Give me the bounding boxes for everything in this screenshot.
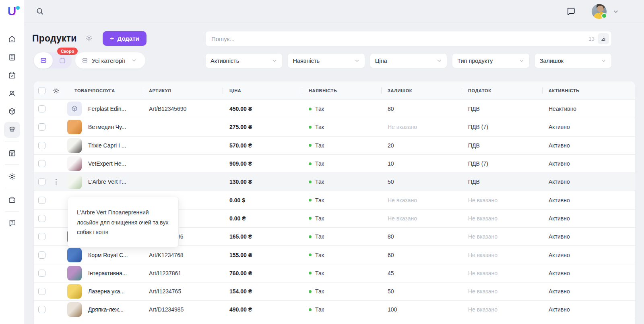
stock-cell: 100 <box>388 306 397 313</box>
stock-cell: Не вказано <box>388 215 417 222</box>
table-row[interactable]: Лазерна ука...Art/I1234765154.00 ₴Так50Н… <box>34 282 635 301</box>
table-row[interactable]: VetExpert He...909.00 ₴Так10ПДВ (7)Актив… <box>34 155 635 173</box>
filter-dropdown-2[interactable]: Ціна <box>370 53 447 68</box>
filter-dropdown-1[interactable]: Наявність <box>287 53 365 68</box>
product-name: Лазерна ука... <box>88 288 125 295</box>
sidebar-item-packages[interactable] <box>4 104 20 120</box>
sidebar-item-calendar[interactable] <box>4 67 20 83</box>
availability-cell: Так <box>309 197 324 204</box>
filter-dropdown-4[interactable]: Залишок <box>535 53 612 68</box>
row-checkbox[interactable] <box>38 197 45 204</box>
sidebar-item-shop[interactable] <box>4 145 20 161</box>
building-icon <box>8 53 17 62</box>
chevron-down-icon <box>354 58 360 64</box>
avatar[interactable] <box>592 4 607 19</box>
kebab-menu-icon[interactable] <box>56 179 57 185</box>
activity-cell: Активно <box>549 197 570 204</box>
add-product-button[interactable]: + Додати <box>103 31 147 46</box>
column-header-3: НАЯВНІСТЬ <box>309 88 337 93</box>
table-row[interactable]: Trixie Capri I ...570.00 ₴Так20ПДВАктивн… <box>34 137 635 155</box>
product-article: Art/B12345690 <box>149 106 186 112</box>
chevron-down-icon <box>272 58 277 64</box>
clear-search-button[interactable] <box>598 33 609 44</box>
row-checkbox[interactable] <box>38 233 45 240</box>
filter-dropdown-0[interactable]: Активність <box>205 53 283 68</box>
tax-cell: Не вказано <box>468 215 497 222</box>
product-thumbnail <box>67 156 82 171</box>
row-checkbox[interactable] <box>38 306 45 313</box>
table-row[interactable]: Корм Royal C...Art/K1234768155.00 ₴Так60… <box>34 246 635 264</box>
row-checkbox[interactable] <box>38 105 45 112</box>
rows-icon <box>82 57 88 64</box>
app-logo[interactable]: U <box>5 4 19 19</box>
plus-icon: + <box>110 35 114 42</box>
row-checkbox[interactable] <box>38 142 45 149</box>
categories-dropdown[interactable]: Усі категорії <box>75 52 145 69</box>
sidebar-item-clients[interactable] <box>4 85 20 102</box>
row-checkbox[interactable] <box>38 270 45 277</box>
select-all-checkbox[interactable] <box>38 87 45 94</box>
chat-icon[interactable] <box>566 6 576 16</box>
product-thumbnail <box>67 174 82 189</box>
row-checkbox[interactable] <box>38 215 45 222</box>
topbar <box>24 0 644 23</box>
product-price: 154.00 ₴ <box>229 288 252 295</box>
availability-dot <box>309 181 312 183</box>
product-thumbnail <box>67 302 82 317</box>
table-row[interactable]: Ветмедин Чу...275.00 ₴ТакНе вказаноПДВ (… <box>34 118 635 136</box>
chevron-down-icon[interactable] <box>613 8 619 15</box>
tax-cell: ПДВ (7) <box>468 160 488 167</box>
tax-cell: Не вказано <box>468 288 497 295</box>
availability-label: Так <box>315 106 324 112</box>
row-checkbox[interactable] <box>38 178 45 185</box>
table-row[interactable]: L'Arbre Vert Г...130.00 ₴Так50ПДВАктивно <box>34 173 635 191</box>
row-checkbox[interactable] <box>38 123 45 131</box>
row-checkbox[interactable] <box>38 160 45 167</box>
product-article: Art/K1234768 <box>149 252 184 258</box>
filter-label: Ціна <box>375 58 387 64</box>
availability-label: Так <box>315 306 324 313</box>
column-divider <box>542 87 543 94</box>
gear-icon <box>8 172 17 181</box>
row-checkbox[interactable] <box>38 288 45 295</box>
sidebar-item-settings[interactable] <box>4 168 20 185</box>
search-input[interactable] <box>211 35 589 42</box>
availability-dot <box>309 108 312 110</box>
list-view-toggle[interactable] <box>34 52 53 69</box>
table-row[interactable]: Ferplast Edin...Art/B12345690450.00 ₴Так… <box>34 100 635 118</box>
table-row[interactable]: Інтерактивна...Art/I1237861760.00 ₴Так45… <box>34 264 635 282</box>
availability-label: Так <box>315 142 324 149</box>
rows-icon <box>39 56 47 64</box>
stock-cell: Не вказано <box>388 197 417 204</box>
categories-dropdown-label: Усі категорії <box>92 57 125 64</box>
calendar-view-toggle[interactable] <box>53 52 72 69</box>
sidebar-item-support[interactable]: ? <box>4 215 20 231</box>
product-price: 275.00 ₴ <box>229 124 252 130</box>
table-row[interactable]: Дряпка-леж...Art/D1234985490.00 ₴Так100Н… <box>34 301 635 319</box>
sidebar-item-products[interactable] <box>4 122 20 138</box>
row-checkbox[interactable] <box>38 251 45 259</box>
product-name: VetExpert He... <box>88 160 126 167</box>
product-name: Ветмедин Чу... <box>88 124 126 130</box>
home-icon <box>8 35 17 44</box>
activity-cell: Неактивно <box>549 106 576 112</box>
availability-cell: Так <box>309 252 324 258</box>
gear-icon[interactable] <box>85 34 93 42</box>
availability-dot <box>309 199 312 201</box>
sidebar-item-finance[interactable] <box>4 192 20 208</box>
sidebar-item-home[interactable] <box>4 31 20 47</box>
product-thumbnail <box>67 120 82 134</box>
table-settings-gear-icon[interactable] <box>52 87 60 94</box>
sidebar-nav: ? <box>0 30 24 232</box>
availability-cell: Так <box>309 288 324 295</box>
filter-dropdown-3[interactable]: Тип продукту <box>452 53 529 68</box>
sidebar-item-company[interactable] <box>4 49 20 65</box>
product-price: 0.00 ₴ <box>229 215 246 222</box>
availability-label: Так <box>315 179 324 185</box>
product-article: Art/I1237861 <box>149 270 181 276</box>
store-icon <box>8 149 17 158</box>
column-header-5: ПОДАТОК <box>468 88 491 93</box>
search-icon[interactable] <box>35 7 44 16</box>
availability-label: Так <box>315 160 324 167</box>
availability-cell: Так <box>309 106 324 112</box>
